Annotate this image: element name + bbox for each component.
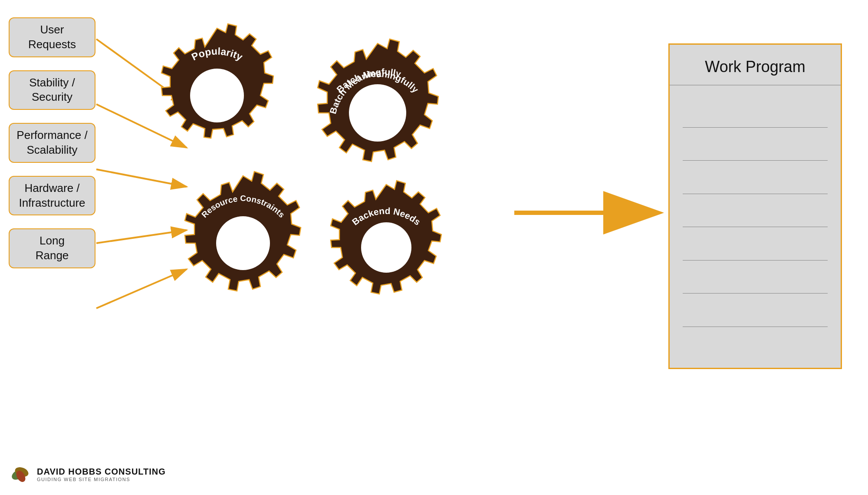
logo-text: DAVID HOBBS CONSULTING GUIDING WEB SITE … [37,467,166,482]
input-box-long-range: LongRange [9,228,95,268]
work-program-line-7 [683,326,828,327]
logo-company-name: DAVID HOBBS CONSULTING [37,467,166,477]
input-box-hardware-infrastructure: Hardware /Infrastructure [9,176,95,216]
work-program-lines [670,86,841,368]
work-program-line-4 [683,226,828,227]
svg-point-13 [216,216,270,270]
work-program-line-6 [683,293,828,294]
svg-point-8 [190,69,244,122]
work-program-line-2 [683,160,828,161]
input-boxes-container: UserRequests Stability /Security Perform… [9,17,95,268]
svg-point-15 [361,222,411,273]
input-box-performance-scalability: Performance /Scalability [9,123,95,163]
svg-point-10 [349,84,406,142]
input-box-user-requests: UserRequests [9,17,95,57]
input-box-stability-security: Stability /Security [9,70,95,110]
work-program-line-1 [683,127,828,128]
work-program-box: Work Program [668,43,842,369]
gears-svg: Popularity Batch Meaningfully Batch Mean… [130,13,521,404]
logo-subtitle: GUIDING WEB SITE MIGRATIONS [37,477,166,482]
logo-area: DAVID HOBBS CONSULTING GUIDING WEB SITE … [9,462,166,486]
work-program-line-5 [683,260,828,261]
work-program-line-3 [683,193,828,194]
logo-icon [9,462,33,486]
work-program-title: Work Program [670,45,841,86]
